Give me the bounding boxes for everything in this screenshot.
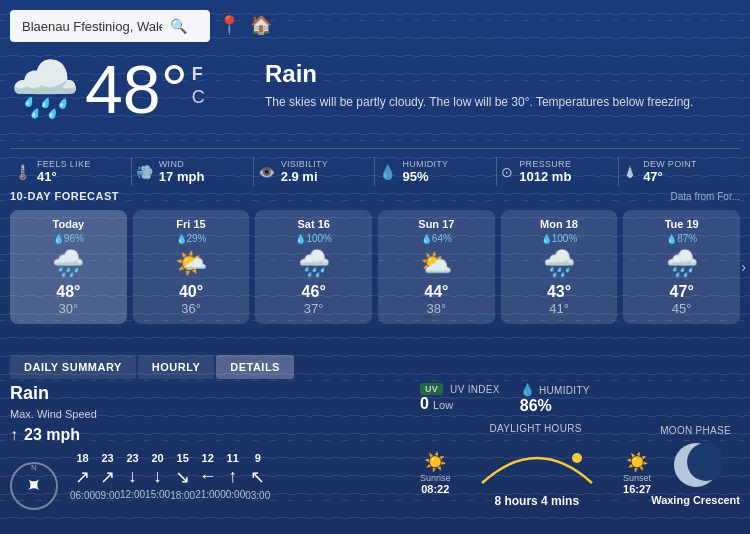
wind-point: 11 ↑ 00:00 (220, 452, 245, 501)
pressure-label: PRESSURE (519, 159, 571, 169)
visibility-value: 2.9 mi (281, 169, 329, 184)
forecast-card[interactable]: Fri 15 💧29% 🌤️ 40° 36° (133, 210, 250, 324)
sunset-label: Sunset (623, 473, 651, 483)
forecast-high: 43° (507, 283, 612, 301)
moon-phase-name: Waxing Crescent (651, 494, 740, 506)
forecast-section: 10-DAY FORECAST Data from For... Today 💧… (10, 190, 740, 324)
forecast-title: 10-DAY FORECAST (10, 190, 119, 202)
wind-time: 09:00 (95, 490, 120, 501)
wind-time: 15:00 (145, 489, 170, 500)
details-humidity-label: HUMIDITY (539, 385, 590, 396)
wind-point: 23 ↓ 12:00 (120, 452, 145, 501)
forecast-high: 47° (629, 283, 734, 301)
forecast-card[interactable]: Tue 19 💧87% 🌧️ 47° 45° (623, 210, 740, 324)
wind-point: 12 ← 21:00 (195, 452, 220, 501)
forecast-high: 40° (139, 283, 244, 301)
home-icon[interactable]: 🏠 (250, 14, 272, 36)
feels-like-value: 41° (37, 169, 91, 184)
max-wind-value: 23 mph (24, 426, 80, 444)
dew-point-stat: 🌢 DEW POINT 47° (619, 157, 740, 186)
wind-value: 17 mph (159, 169, 205, 184)
forecast-high: 46° (261, 283, 366, 301)
unit-f[interactable]: F (192, 63, 205, 86)
forecast-precip: 💧29% (139, 233, 244, 244)
wind-speed-small: 20 (145, 452, 170, 464)
forecast-day-label: Sun 17 (384, 218, 489, 230)
forecast-icon: 🌧️ (629, 248, 734, 279)
eye-icon: 👁️ (258, 164, 275, 180)
humidity-block: 💧 HUMIDITY 86% (520, 383, 590, 415)
wind-time: 06:00 (70, 490, 95, 501)
forecast-next-arrow[interactable]: › (741, 259, 746, 275)
wind-point: 9 ↖ 03:00 (245, 452, 270, 501)
details-left: Rain Max. Wind Speed ↑ 23 mph N ✦ 18 (10, 383, 410, 526)
forecast-day-label: Sat 16 (261, 218, 366, 230)
moon-section: MOON PHASE Waxing Crescent (651, 425, 740, 506)
forecast-low: 36° (139, 301, 244, 316)
wind-time: 03:00 (245, 490, 270, 501)
forecast-card[interactable]: Sun 17 💧64% ⛅ 44° 38° (378, 210, 495, 324)
location-icon[interactable]: 📍 (218, 14, 240, 36)
forecast-card[interactable]: Today 💧96% 🌧️ 48° 30° (10, 210, 127, 324)
forecast-precip: 💧100% (507, 233, 612, 244)
forecast-low: 45° (629, 301, 734, 316)
forecast-precip: 💧64% (384, 233, 489, 244)
feels-like-stat: 🌡️ FEELS LIKE 41° (10, 157, 132, 186)
main-weather: 🌧️ 48° F C (10, 55, 205, 123)
forecast-icon: 🌤️ (139, 248, 244, 279)
wind-up-arrow: ↑ (10, 426, 18, 444)
tabs-row: DAILY SUMMARYHOURLYDETAILS (10, 355, 294, 379)
temperature-display: 48° (85, 55, 188, 123)
wind-speed-small: 15 (170, 452, 195, 464)
weather-icon-large: 🌧️ (10, 56, 80, 122)
data-source: Data from For... (671, 191, 740, 202)
humidity-value: 95% (402, 169, 448, 184)
wind-time: 12:00 (120, 489, 145, 500)
search-button[interactable]: 🔍 (170, 18, 187, 34)
uv-level: Low (433, 399, 453, 411)
forecast-card[interactable]: Sat 16 💧100% 🌧️ 46° 37° (255, 210, 372, 324)
wind-dir-icon: ↗ (95, 466, 120, 488)
wind-speed-small: 9 (245, 452, 270, 464)
wind-point: 23 ↗ 09:00 (95, 452, 120, 501)
wind-icon: 💨 (136, 164, 153, 180)
wind-stat: 💨 WIND 17 mph (132, 157, 254, 186)
forecast-icon: 🌧️ (507, 248, 612, 279)
wind-time: 00:00 (220, 489, 245, 500)
wind-dir-icon: ← (195, 466, 220, 487)
thermometer-icon: 🌡️ (14, 164, 31, 180)
unit-c[interactable]: C (192, 86, 205, 109)
details-panel: Rain Max. Wind Speed ↑ 23 mph N ✦ 18 (10, 383, 740, 526)
max-wind-label: Max. Wind Speed (10, 408, 410, 420)
humidity-icon: 💧 (379, 164, 396, 180)
wind-speed-small: 12 (195, 452, 220, 464)
wind-speed-small: 18 (70, 452, 95, 464)
forecast-precip: 💧96% (16, 233, 121, 244)
tab-hourly[interactable]: HOURLY (138, 355, 214, 379)
forecast-day-label: Tue 19 (629, 218, 734, 230)
stats-row: 🌡️ FEELS LIKE 41° 💨 WIND 17 mph 👁️ VISIB… (10, 148, 740, 186)
humidity-stat: 💧 HUMIDITY 95% (375, 157, 497, 186)
forecast-high: 48° (16, 283, 121, 301)
sunset-time: 16:27 (623, 483, 651, 495)
dew-point-label: DEW POINT (643, 159, 697, 169)
forecast-icon: 🌧️ (261, 248, 366, 279)
wind-time: 21:00 (195, 489, 220, 500)
pressure-value: 1012 mb (519, 169, 571, 184)
forecast-low: 38° (384, 301, 489, 316)
wind-dir-icon: ↗ (70, 466, 95, 488)
forecast-icon: 🌧️ (16, 248, 121, 279)
search-bar[interactable]: 🔍 (10, 10, 210, 42)
forecast-precip: 💧100% (261, 233, 366, 244)
search-input[interactable] (22, 19, 162, 34)
forecast-day-label: Fri 15 (139, 218, 244, 230)
tab-details[interactable]: DETAILS (216, 355, 294, 379)
forecast-low: 30° (16, 301, 121, 316)
sunrise-time: 08:22 (420, 483, 451, 495)
feels-like-label: FEELS LIKE (37, 159, 91, 169)
tab-daily-summary[interactable]: DAILY SUMMARY (10, 355, 136, 379)
wind-point: 20 ↓ 15:00 (145, 452, 170, 501)
wind-timeline: 18 ↗ 06:00 23 ↗ 09:00 23 ↓ 12:00 20 ↓ 15… (70, 452, 270, 501)
sunset-icon: ☀️ (623, 451, 651, 473)
forecast-card[interactable]: Mon 18 💧100% 🌧️ 43° 41° (501, 210, 618, 324)
